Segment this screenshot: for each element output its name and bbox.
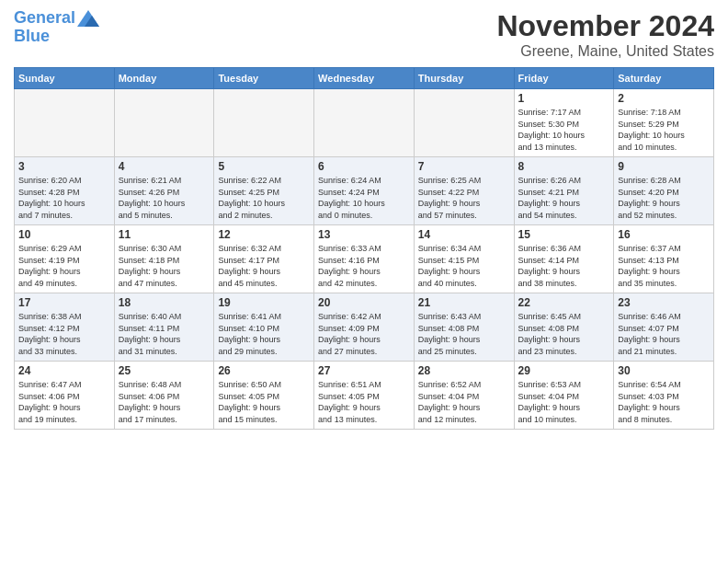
day-info: Sunrise: 6:37 AM Sunset: 4:13 PM Dayligh…: [618, 243, 710, 289]
title-section: November 2024 Greene, Maine, United Stat…: [496, 9, 714, 60]
calendar-cell: 9Sunrise: 6:28 AM Sunset: 4:20 PM Daylig…: [614, 157, 714, 225]
day-number: 18: [119, 296, 210, 309]
calendar-cell: 21Sunrise: 6:43 AM Sunset: 4:08 PM Dayli…: [414, 293, 514, 362]
day-info: Sunrise: 6:40 AM Sunset: 4:11 PM Dayligh…: [119, 311, 210, 357]
calendar-cell: 10Sunrise: 6:29 AM Sunset: 4:19 PM Dayli…: [15, 225, 115, 293]
calendar-cell: 22Sunrise: 6:45 AM Sunset: 4:08 PM Dayli…: [514, 293, 614, 362]
day-number: 24: [18, 364, 110, 377]
calendar-cell: 5Sunrise: 6:22 AM Sunset: 4:25 PM Daylig…: [214, 157, 314, 225]
day-info: Sunrise: 6:47 AM Sunset: 4:06 PM Dayligh…: [18, 379, 110, 425]
day-number: 23: [618, 296, 710, 309]
calendar-cell: [314, 89, 415, 157]
day-number: 28: [418, 364, 510, 377]
calendar-cell: 3Sunrise: 6:20 AM Sunset: 4:28 PM Daylig…: [15, 157, 115, 225]
calendar-cell: 26Sunrise: 6:50 AM Sunset: 4:05 PM Dayli…: [214, 362, 314, 430]
day-info: Sunrise: 6:33 AM Sunset: 4:16 PM Dayligh…: [318, 243, 410, 289]
day-info: Sunrise: 6:42 AM Sunset: 4:09 PM Dayligh…: [318, 311, 410, 357]
calendar-cell: 6Sunrise: 6:24 AM Sunset: 4:24 PM Daylig…: [314, 157, 415, 225]
day-number: 7: [418, 160, 510, 173]
calendar-cell: 29Sunrise: 6:53 AM Sunset: 4:04 PM Dayli…: [514, 362, 614, 430]
day-info: Sunrise: 6:41 AM Sunset: 4:10 PM Dayligh…: [218, 311, 310, 357]
calendar-cell: 23Sunrise: 6:46 AM Sunset: 4:07 PM Dayli…: [614, 293, 714, 362]
calendar-week-row: 10Sunrise: 6:29 AM Sunset: 4:19 PM Dayli…: [15, 225, 714, 293]
day-info: Sunrise: 6:24 AM Sunset: 4:24 PM Dayligh…: [318, 175, 410, 221]
calendar-cell: 7Sunrise: 6:25 AM Sunset: 4:22 PM Daylig…: [414, 157, 514, 225]
weekday-header-tuesday: Tuesday: [214, 68, 314, 89]
day-number: 16: [618, 228, 710, 241]
calendar-cell: 4Sunrise: 6:21 AM Sunset: 4:26 PM Daylig…: [114, 157, 214, 225]
day-info: Sunrise: 6:21 AM Sunset: 4:26 PM Dayligh…: [119, 175, 210, 221]
day-number: 17: [18, 296, 110, 309]
day-info: Sunrise: 6:43 AM Sunset: 4:08 PM Dayligh…: [418, 311, 510, 357]
calendar-week-row: 24Sunrise: 6:47 AM Sunset: 4:06 PM Dayli…: [15, 362, 714, 430]
logo-text: General: [14, 9, 75, 28]
weekday-header-row: SundayMondayTuesdayWednesdayThursdayFrid…: [15, 68, 714, 89]
day-info: Sunrise: 6:48 AM Sunset: 4:06 PM Dayligh…: [119, 379, 210, 425]
day-number: 5: [218, 160, 310, 173]
calendar-cell: 19Sunrise: 6:41 AM Sunset: 4:10 PM Dayli…: [214, 293, 314, 362]
day-number: 14: [418, 228, 510, 241]
day-number: 30: [618, 364, 710, 377]
weekday-header-friday: Friday: [514, 68, 614, 89]
calendar-week-row: 3Sunrise: 6:20 AM Sunset: 4:28 PM Daylig…: [15, 157, 714, 225]
day-number: 4: [119, 160, 210, 173]
calendar-cell: 20Sunrise: 6:42 AM Sunset: 4:09 PM Dayli…: [314, 293, 415, 362]
day-number: 9: [618, 160, 710, 173]
day-number: 1: [518, 92, 610, 105]
header-row: General Blue November 2024 Greene, Maine…: [14, 9, 714, 60]
calendar-cell: 8Sunrise: 6:26 AM Sunset: 4:21 PM Daylig…: [514, 157, 614, 225]
day-number: 26: [218, 364, 310, 377]
calendar-cell: 12Sunrise: 6:32 AM Sunset: 4:17 PM Dayli…: [214, 225, 314, 293]
calendar-week-row: 1Sunrise: 7:17 AM Sunset: 5:30 PM Daylig…: [15, 89, 714, 157]
calendar-cell: 1Sunrise: 7:17 AM Sunset: 5:30 PM Daylig…: [514, 89, 614, 157]
day-number: 21: [418, 296, 510, 309]
day-number: 19: [218, 296, 310, 309]
calendar-cell: 24Sunrise: 6:47 AM Sunset: 4:06 PM Dayli…: [15, 362, 115, 430]
day-number: 13: [318, 228, 410, 241]
day-number: 10: [18, 228, 110, 241]
day-number: 3: [18, 160, 110, 173]
day-number: 29: [518, 364, 610, 377]
calendar-cell: 27Sunrise: 6:51 AM Sunset: 4:05 PM Dayli…: [314, 362, 415, 430]
calendar-cell: [15, 89, 115, 157]
calendar-cell: 17Sunrise: 6:38 AM Sunset: 4:12 PM Dayli…: [15, 293, 115, 362]
calendar-cell: 11Sunrise: 6:30 AM Sunset: 4:18 PM Dayli…: [114, 225, 214, 293]
day-number: 8: [518, 160, 610, 173]
weekday-header-wednesday: Wednesday: [314, 68, 415, 89]
day-number: 12: [218, 228, 310, 241]
day-info: Sunrise: 6:51 AM Sunset: 4:05 PM Dayligh…: [318, 379, 410, 425]
day-number: 27: [318, 364, 410, 377]
day-info: Sunrise: 6:45 AM Sunset: 4:08 PM Dayligh…: [518, 311, 610, 357]
day-number: 25: [119, 364, 210, 377]
calendar-cell: 16Sunrise: 6:37 AM Sunset: 4:13 PM Dayli…: [614, 225, 714, 293]
day-number: 6: [318, 160, 410, 173]
day-info: Sunrise: 6:32 AM Sunset: 4:17 PM Dayligh…: [218, 243, 310, 289]
day-info: Sunrise: 6:54 AM Sunset: 4:03 PM Dayligh…: [618, 379, 710, 425]
day-number: 11: [119, 228, 210, 241]
calendar-week-row: 17Sunrise: 6:38 AM Sunset: 4:12 PM Dayli…: [15, 293, 714, 362]
day-info: Sunrise: 7:18 AM Sunset: 5:29 PM Dayligh…: [618, 107, 710, 153]
calendar-cell: 15Sunrise: 6:36 AM Sunset: 4:14 PM Dayli…: [514, 225, 614, 293]
day-info: Sunrise: 6:38 AM Sunset: 4:12 PM Dayligh…: [18, 311, 110, 357]
calendar-table: SundayMondayTuesdayWednesdayThursdayFrid…: [14, 67, 714, 430]
day-number: 2: [618, 92, 710, 105]
day-info: Sunrise: 6:25 AM Sunset: 4:22 PM Dayligh…: [418, 175, 510, 221]
day-info: Sunrise: 7:17 AM Sunset: 5:30 PM Dayligh…: [518, 107, 610, 153]
day-number: 20: [318, 296, 410, 309]
calendar-cell: 14Sunrise: 6:34 AM Sunset: 4:15 PM Dayli…: [414, 225, 514, 293]
location-title: Greene, Maine, United States: [496, 43, 714, 60]
day-info: Sunrise: 6:30 AM Sunset: 4:18 PM Dayligh…: [119, 243, 210, 289]
calendar-cell: [114, 89, 214, 157]
calendar-cell: 30Sunrise: 6:54 AM Sunset: 4:03 PM Dayli…: [614, 362, 714, 430]
calendar-cell: 13Sunrise: 6:33 AM Sunset: 4:16 PM Dayli…: [314, 225, 415, 293]
month-title: November 2024: [496, 9, 714, 43]
day-info: Sunrise: 6:34 AM Sunset: 4:15 PM Dayligh…: [418, 243, 510, 289]
calendar-cell: 25Sunrise: 6:48 AM Sunset: 4:06 PM Dayli…: [114, 362, 214, 430]
calendar-cell: 18Sunrise: 6:40 AM Sunset: 4:11 PM Dayli…: [114, 293, 214, 362]
calendar-cell: 28Sunrise: 6:52 AM Sunset: 4:04 PM Dayli…: [414, 362, 514, 430]
day-number: 15: [518, 228, 610, 241]
weekday-header-sunday: Sunday: [15, 68, 115, 89]
day-info: Sunrise: 6:52 AM Sunset: 4:04 PM Dayligh…: [418, 379, 510, 425]
day-number: 22: [518, 296, 610, 309]
day-info: Sunrise: 6:28 AM Sunset: 4:20 PM Dayligh…: [618, 175, 710, 221]
